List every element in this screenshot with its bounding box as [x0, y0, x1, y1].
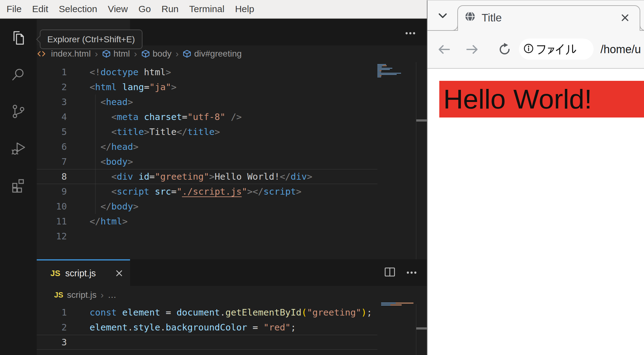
breadcrumb: JSscript.js›… [37, 286, 427, 304]
files-icon [10, 30, 26, 47]
js-icon: JS [54, 291, 63, 299]
menu-item-help[interactable]: Help [230, 4, 259, 14]
kana-fu [536, 43, 547, 55]
page-heading: Hello World! [439, 81, 644, 118]
code-line-9[interactable]: 9 <script src="./script.js"></script> [37, 184, 427, 199]
menu-item-run[interactable]: Run [156, 4, 184, 14]
code-line-4[interactable]: 4 <meta charset="utf-8" /> [37, 109, 427, 124]
vscode-window: FileEditSelectionViewGoRunTerminalHelp [0, 0, 427, 355]
scrollbar[interactable] [416, 62, 427, 259]
browser-tab[interactable]: Title [457, 5, 640, 31]
js-file-icon: JS [50, 269, 60, 278]
screen: FileEditSelectionViewGoRunTerminalHelp [0, 0, 644, 355]
line-number: 6 [37, 139, 67, 154]
breadcrumb-item[interactable]: script.js [67, 290, 96, 300]
code-line-12[interactable]: 12 [37, 229, 427, 244]
code-line-5[interactable]: 5 <title>Title</title> [37, 124, 427, 139]
menu-item-view[interactable]: View [102, 4, 133, 14]
browser-tab-strip: Title [427, 1, 644, 31]
reload-button[interactable] [498, 43, 511, 56]
activity-bar [0, 19, 37, 355]
extensions-button[interactable] [3, 170, 33, 200]
line-number: 5 [37, 124, 67, 139]
line-number: 2 [37, 320, 67, 335]
code-line-7[interactable]: 7 <body> [37, 154, 427, 169]
line-number: 1 [37, 65, 67, 80]
js-code-editor[interactable]: 1const element = document.getElementById… [37, 304, 427, 355]
menu-item-selection[interactable]: Selection [54, 4, 102, 14]
code-line-3[interactable]: 3 [37, 335, 427, 350]
explorer-button[interactable] [3, 24, 33, 53]
more-actions-icon[interactable] [405, 30, 416, 36]
code-line-1[interactable]: 1const element = document.getElementById… [37, 305, 427, 320]
html-code-editor[interactable]: 1<!doctype html>2<html lang="ja">3 <head… [37, 62, 427, 262]
minimap-line [381, 302, 413, 304]
minimap-line [377, 74, 397, 75]
address-bar-url[interactable]: /home/u [600, 31, 641, 68]
forward-button[interactable] [465, 44, 479, 55]
line-number: 4 [37, 109, 67, 124]
globe-favicon-icon [464, 11, 476, 24]
line-number: 9 [37, 184, 67, 199]
minimap-line [377, 75, 381, 76]
file-chip-label [536, 43, 576, 55]
search-icon [10, 67, 26, 84]
browser-tab-title: Title [482, 6, 502, 30]
search-button[interactable] [3, 60, 33, 90]
tab-search-chevron-icon[interactable] [438, 13, 447, 20]
overview-ruler-marker [416, 327, 427, 330]
minimap[interactable] [377, 64, 416, 78]
line-number: 1 [37, 305, 67, 320]
editor-area: index.html›html›body›div#greeting 1<!doc… [37, 19, 427, 355]
menu-item-file[interactable]: File [1, 4, 27, 14]
menu-item-go[interactable]: Go [133, 4, 156, 14]
code-line-11[interactable]: 11</html> [37, 214, 427, 229]
overview-ruler-marker [416, 119, 427, 122]
code-line-6[interactable]: 6 </head> [37, 139, 427, 154]
minimap[interactable] [381, 302, 420, 306]
code-line-8[interactable]: 8 <div id="greeting">Hello World!</div> [37, 169, 427, 184]
code-line-3[interactable]: 3 <head> [37, 95, 427, 109]
kana-i [555, 43, 565, 55]
run-debug-button[interactable] [3, 134, 33, 164]
menu-item-edit[interactable]: Edit [27, 4, 54, 14]
debug-icon [10, 140, 26, 157]
panel-tab-bar: JS script.js [37, 259, 427, 286]
minimap-line [377, 65, 387, 66]
source-control-icon [10, 103, 26, 121]
close-tab-icon[interactable] [620, 13, 630, 24]
more-actions-icon[interactable] [406, 270, 417, 275]
code-line-2[interactable]: 2element.style.backgroundColor = "red"; [37, 320, 427, 335]
back-button[interactable] [437, 44, 451, 55]
kana-small-a [547, 46, 555, 55]
browser-page: Hello World! [427, 69, 644, 355]
line-number: 2 [37, 80, 67, 95]
minimap-line [377, 68, 392, 69]
minimap-line [377, 73, 401, 74]
minimap-line [377, 64, 386, 65]
line-number: 12 [37, 229, 67, 244]
code-line-1[interactable]: 1<!doctype html> [37, 65, 427, 80]
file-scheme-chip[interactable] [519, 39, 594, 60]
kana-ru [565, 43, 576, 55]
split-editor-icon[interactable] [385, 267, 395, 278]
menu-item-terminal[interactable]: Terminal [184, 4, 230, 14]
line-number: 3 [37, 335, 67, 350]
scrollbar[interactable] [416, 304, 427, 355]
line-number: 11 [37, 214, 67, 229]
code-icon [37, 50, 424, 58]
line-number: 10 [37, 199, 67, 214]
breadcrumb-item[interactable]: … [108, 290, 116, 300]
menu-bar: FileEditSelectionViewGoRunTerminalHelp [0, 0, 427, 19]
close-tab-icon[interactable] [115, 269, 123, 277]
code-line-2[interactable]: 2<html lang="ja"> [37, 80, 427, 95]
source-control-button[interactable] [3, 97, 33, 127]
code-line-10[interactable]: 10 </body> [37, 199, 427, 214]
tab-label: script.js [65, 268, 96, 279]
minimap-line [377, 71, 381, 72]
browser-toolbar: /home/u [427, 31, 644, 69]
tab-script-js[interactable]: JS script.js [37, 259, 130, 286]
extensions-icon [10, 177, 26, 194]
line-number: 8 [37, 169, 67, 184]
breadcrumb-separator: › [100, 290, 104, 300]
